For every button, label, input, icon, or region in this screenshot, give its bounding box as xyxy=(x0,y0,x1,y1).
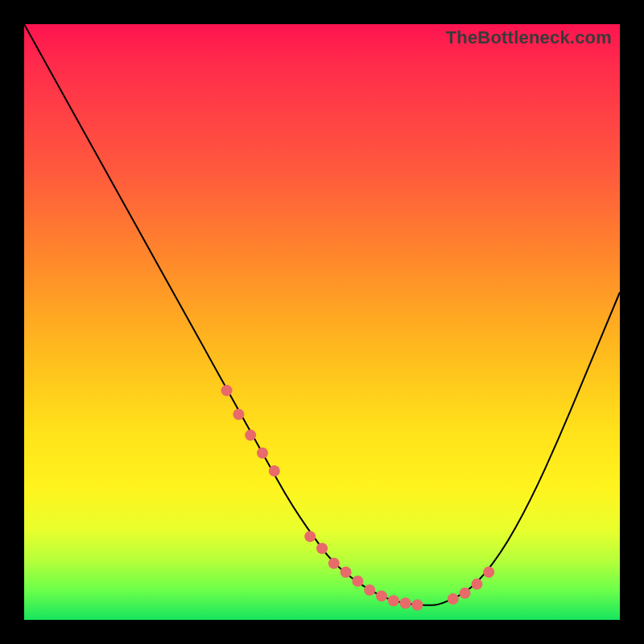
highlight-dots xyxy=(221,385,495,610)
chart-frame: TheBottleneck.com xyxy=(0,0,644,644)
highlight-dot xyxy=(304,530,316,542)
highlight-dot xyxy=(316,543,328,554)
highlight-dot xyxy=(364,584,375,596)
highlight-dot xyxy=(376,590,387,601)
highlight-dot xyxy=(221,385,233,396)
highlight-dot xyxy=(257,448,268,459)
highlight-dot xyxy=(411,600,423,611)
highlight-dot xyxy=(460,588,471,599)
highlight-dot xyxy=(352,576,363,587)
highlight-dot xyxy=(341,567,352,578)
highlight-dot xyxy=(448,593,459,605)
highlight-dot xyxy=(245,430,256,441)
highlight-dot xyxy=(400,597,411,609)
curve-path xyxy=(24,24,620,605)
highlight-dot xyxy=(328,558,340,569)
highlight-dot xyxy=(483,567,494,578)
highlight-dot xyxy=(471,579,482,590)
highlight-dot xyxy=(388,595,399,606)
bottleneck-curve xyxy=(24,24,620,620)
highlight-dot xyxy=(269,465,280,477)
highlight-dot xyxy=(233,409,244,420)
chart-plot-area: TheBottleneck.com xyxy=(24,24,620,620)
